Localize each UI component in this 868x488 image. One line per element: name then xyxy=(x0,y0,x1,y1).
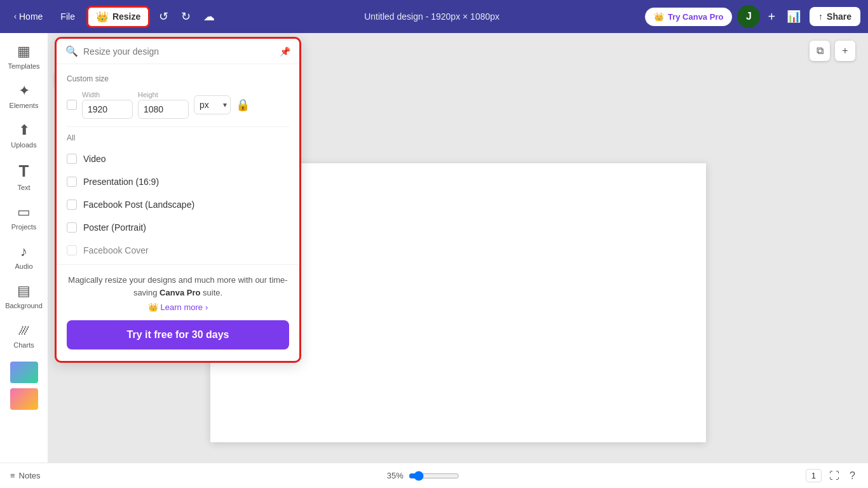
sidebar-item-projects[interactable]: ▭ Projects xyxy=(3,199,46,236)
chart-icon: 📊 xyxy=(787,10,801,23)
elements-icon: ✦ xyxy=(18,83,30,99)
templates-icon: ▦ xyxy=(17,43,31,60)
panel-promo: Magically resize your designs and much m… xyxy=(57,264,299,361)
bottom-right: 1 ⛶ ? xyxy=(806,468,858,484)
sidebar-item-label: Templates xyxy=(8,62,39,70)
promo-text: Magically resize your designs and much m… xyxy=(67,274,289,299)
format-item-poster[interactable]: Poster (Portrait) xyxy=(57,216,299,239)
header-right: 👑 Try Canva Pro J + 📊 ↑ Share xyxy=(645,5,860,28)
resize-search-input[interactable] xyxy=(83,46,275,57)
page-number: 1 xyxy=(806,469,822,482)
sidebar-item-label: Background xyxy=(5,302,43,309)
share-icon: ↑ xyxy=(818,11,823,22)
crown-small-icon: 👑 xyxy=(148,302,158,312)
add-team-button[interactable]: + xyxy=(765,7,778,27)
unit-wrapper: px in cm mm xyxy=(194,95,231,114)
format-item-presentation[interactable]: Presentation (16:9) xyxy=(57,170,299,193)
sidebar-item-text[interactable]: T Text xyxy=(3,156,46,196)
charts-icon: ⫻ xyxy=(17,322,31,339)
projects-icon: ▭ xyxy=(17,204,31,220)
zoom-slider[interactable] xyxy=(409,471,459,481)
sidebar-item-label: Uploads xyxy=(11,141,36,149)
height-field: Height xyxy=(138,91,189,119)
lock-icon[interactable]: 🔒 xyxy=(236,98,250,112)
format-item-video[interactable]: Video xyxy=(57,147,299,170)
add-section-icon: + xyxy=(842,45,848,57)
try-free-button[interactable]: Try it free for 30 days xyxy=(67,320,289,349)
try-canva-label: Try Canva Pro xyxy=(668,12,723,22)
project-thumbnail-2[interactable] xyxy=(10,388,38,410)
sidebar-item-label: Text xyxy=(17,184,30,191)
sidebar-item-elements[interactable]: ✦ Elements xyxy=(3,78,46,114)
promo-brand: Canva Pro xyxy=(159,288,200,297)
panel-search-bar: 🔍 📌 xyxy=(57,39,299,64)
pin-icon[interactable]: 📌 xyxy=(280,46,290,57)
format-name-facebook-cover: Facebook Cover xyxy=(83,245,149,255)
file-button[interactable]: File xyxy=(54,8,81,25)
format-item-facebook-cover[interactable]: Facebook Cover xyxy=(57,239,299,262)
share-button[interactable]: ↑ Share xyxy=(810,7,860,26)
sidebar-item-templates[interactable]: ▦ Templates xyxy=(3,38,46,75)
sidebar-item-charts[interactable]: ⫻ Charts xyxy=(3,317,46,354)
fullscreen-button[interactable]: ⛶ xyxy=(827,468,842,484)
custom-size-section: Custom size Width Height px in xyxy=(57,64,299,126)
plus-icon: + xyxy=(768,10,775,24)
avatar[interactable]: J xyxy=(737,5,760,28)
canvas-controls: ⧉ + xyxy=(810,41,855,61)
analytics-button[interactable]: 📊 xyxy=(783,6,804,27)
zoom-area: 35% xyxy=(387,471,459,481)
sidebar-item-audio[interactable]: ♪ Audio xyxy=(3,238,46,275)
poster-checkbox[interactable] xyxy=(67,222,77,233)
size-checkbox[interactable] xyxy=(67,100,77,110)
duplicate-icon: ⧉ xyxy=(817,45,824,57)
sidebar-item-label: Projects xyxy=(11,223,37,231)
home-button[interactable]: ‹ Home xyxy=(8,8,49,25)
resize-button[interactable]: 👑 Resize xyxy=(86,6,150,28)
home-label: Home xyxy=(19,11,43,22)
try-canva-pro-button[interactable]: 👑 Try Canva Pro xyxy=(645,8,732,26)
search-icon: 🔍 xyxy=(65,45,78,57)
format-name-presentation: Presentation (16:9) xyxy=(83,177,159,187)
width-input[interactable] xyxy=(82,100,133,119)
panel-scrollable: Custom size Width Height px in xyxy=(57,64,299,264)
sidebar: ▦ Templates ✦ Elements ⬆ Uploads T Text … xyxy=(0,33,48,488)
redo-button[interactable]: ↻ xyxy=(177,6,194,27)
facebook-post-checkbox[interactable] xyxy=(67,200,77,210)
width-label: Width xyxy=(82,91,133,98)
resize-panel: 🔍 📌 Custom size Width Height xyxy=(55,37,301,363)
audio-icon: ♪ xyxy=(20,243,27,260)
file-label: File xyxy=(60,11,75,22)
undo-icon: ↺ xyxy=(159,10,168,23)
background-icon: ▤ xyxy=(17,283,31,299)
all-formats-label: All xyxy=(57,127,299,145)
add-section-button[interactable]: + xyxy=(835,41,855,61)
format-name-video: Video xyxy=(83,154,106,164)
header-center: Untitled design - 1920px × 1080px xyxy=(224,11,640,22)
sidebar-item-label: Elements xyxy=(10,102,39,109)
uploads-icon: ⬆ xyxy=(18,122,30,139)
duplicate-page-button[interactable]: ⧉ xyxy=(810,41,830,61)
height-input[interactable] xyxy=(138,100,189,119)
notes-button[interactable]: ≡ Notes xyxy=(10,471,41,480)
format-item-facebook-post[interactable]: Facebook Post (Landscape) xyxy=(57,193,299,216)
help-button[interactable]: ? xyxy=(847,468,858,484)
sidebar-item-label: Charts xyxy=(13,341,34,349)
zoom-value: 35% xyxy=(387,471,403,480)
crown-icon: 👑 xyxy=(654,12,664,22)
unit-select[interactable]: px in cm mm xyxy=(194,95,231,114)
cloud-save-button[interactable]: ☁ xyxy=(200,6,219,27)
presentation-checkbox[interactable] xyxy=(67,177,77,187)
learn-more-link[interactable]: 👑 Learn more › xyxy=(148,302,208,312)
facebook-cover-checkbox[interactable] xyxy=(67,245,77,255)
fullscreen-icon: ⛶ xyxy=(829,470,839,481)
sidebar-item-uploads[interactable]: ⬆ Uploads xyxy=(3,117,46,154)
video-checkbox[interactable] xyxy=(67,154,77,164)
header: ‹ Home File 👑 Resize ↺ ↻ ☁ Untitled desi… xyxy=(0,0,868,33)
header-left: ‹ Home File 👑 Resize ↺ ↻ ☁ xyxy=(8,6,219,28)
format-list: Video Presentation (16:9) Facebook Post … xyxy=(57,145,299,264)
custom-size-label: Custom size xyxy=(67,74,289,83)
project-thumbnail-1[interactable] xyxy=(10,362,38,383)
sidebar-item-background[interactable]: ▤ Background xyxy=(3,278,46,315)
undo-button[interactable]: ↺ xyxy=(155,6,172,27)
width-field: Width xyxy=(82,91,133,119)
